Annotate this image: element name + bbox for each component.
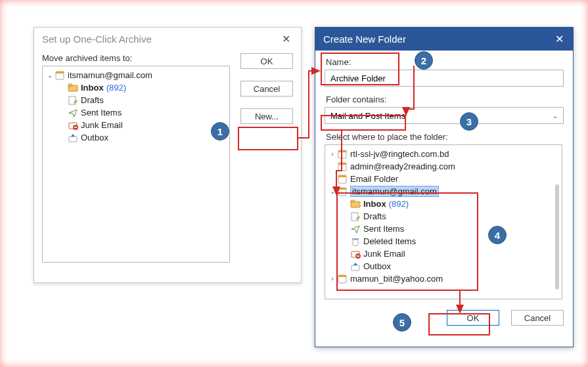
- tree-item-account[interactable]: › admin@ready2reading.com: [327, 160, 560, 173]
- ok-button[interactable]: OK: [240, 53, 293, 69]
- folder-name-input[interactable]: [325, 70, 564, 87]
- svg-rect-20: [352, 238, 359, 240]
- svg-rect-17: [351, 200, 355, 202]
- close-icon[interactable]: ✕: [551, 32, 568, 47]
- dialog-title: Create New Folder: [323, 33, 406, 45]
- svg-rect-15: [338, 188, 346, 190]
- contains-dropdown[interactable]: Mail and Post Items ⌄: [325, 107, 564, 124]
- tree-item-outbox[interactable]: Outbox: [44, 131, 228, 144]
- new-button[interactable]: New...: [240, 108, 293, 124]
- junk-icon: [68, 120, 78, 131]
- svg-rect-11: [338, 163, 346, 165]
- junk-icon: [350, 249, 361, 259]
- collapse-icon[interactable]: ⌄: [45, 72, 55, 79]
- outbox-icon: [350, 261, 361, 272]
- data-file-icon: [337, 149, 348, 160]
- close-icon[interactable]: ✕: [278, 32, 294, 47]
- tree-item-inbox[interactable]: Inbox (892): [327, 198, 560, 210]
- svg-rect-13: [338, 175, 346, 177]
- tree-item-drafts[interactable]: Drafts: [327, 210, 560, 223]
- tree-item-deleted[interactable]: Deleted Items: [327, 235, 560, 248]
- step-badge: 3: [460, 112, 478, 131]
- cancel-button[interactable]: Cancel: [240, 81, 293, 97]
- sent-icon: [68, 108, 78, 118]
- tree-item-sent[interactable]: Sent Items: [327, 223, 560, 235]
- svg-rect-7: [69, 137, 77, 142]
- data-file-icon: [337, 162, 348, 172]
- place-label: Select where to place the folder:: [326, 132, 564, 142]
- svg-rect-19: [353, 240, 358, 246]
- tree-item-account[interactable]: ⌄ itsmamun@gmail.com: [44, 69, 228, 81]
- chevron-down-icon: ⌄: [553, 112, 558, 119]
- folder-tree[interactable]: ⌄ itsmamun@gmail.com Inbox (892) Drafts: [42, 66, 230, 263]
- outbox-icon: [68, 133, 78, 143]
- svg-rect-9: [338, 150, 346, 152]
- drafts-icon: [68, 95, 78, 106]
- data-file-icon: [55, 70, 65, 81]
- move-label: Move archived items to:: [42, 53, 231, 63]
- folder-icon: [68, 83, 78, 93]
- tree-item-account[interactable]: › mamun_bit@yahoo.com: [327, 272, 560, 285]
- data-file-icon: [337, 274, 348, 284]
- archive-dialog: Set up One-Click Archive ✕ Move archived…: [34, 27, 302, 283]
- tree-item-folder[interactable]: › Email Folder: [327, 173, 560, 185]
- scrollbar-thumb[interactable]: [555, 184, 559, 290]
- tree-item-account[interactable]: › rtl-ssl-jv@ringtech.com.bd: [327, 148, 560, 160]
- folder-icon: [350, 199, 361, 209]
- unread-count: (892): [106, 83, 126, 93]
- step-badge: 4: [488, 226, 507, 244]
- svg-rect-3: [68, 84, 72, 86]
- drafts-icon: [350, 211, 361, 222]
- expand-icon[interactable]: ›: [328, 275, 337, 282]
- svg-rect-1: [56, 72, 64, 74]
- contains-label: Folder contains:: [326, 95, 564, 104]
- ok-button[interactable]: OK: [447, 310, 499, 326]
- svg-rect-25: [338, 275, 346, 277]
- tree-item-sent[interactable]: Sent Items: [44, 106, 228, 119]
- step-badge: 1: [211, 122, 229, 140]
- step-badge: 5: [393, 313, 411, 332]
- step-badge: 2: [415, 51, 433, 70]
- tree-item-junk[interactable]: Junk Email: [327, 248, 560, 260]
- expand-icon[interactable]: ›: [328, 150, 337, 158]
- cancel-button[interactable]: Cancel: [511, 310, 564, 326]
- tree-item-drafts[interactable]: Drafts: [44, 94, 228, 106]
- dialog-title: Set up One-Click Archive: [42, 33, 152, 45]
- tree-item-junk[interactable]: Junk Email: [44, 119, 228, 131]
- data-file-icon: [337, 174, 348, 184]
- place-folder-tree[interactable]: › rtl-ssl-jv@ringtech.com.bd › admin@rea…: [325, 144, 562, 299]
- name-label: Name:: [326, 57, 564, 67]
- tree-item-inbox[interactable]: Inbox (892): [44, 81, 228, 94]
- tree-item-account-selected[interactable]: ⌄ itsmamun@gmail.com: [327, 185, 560, 198]
- tree-item-outbox[interactable]: Outbox: [327, 260, 560, 272]
- trash-icon: [350, 236, 361, 247]
- unread-count: (892): [389, 199, 409, 209]
- data-file-icon: [337, 186, 348, 197]
- collapse-icon[interactable]: ⌄: [328, 188, 337, 195]
- create-folder-dialog: Create New Folder ✕ Name: Folder contain…: [315, 27, 574, 347]
- svg-rect-23: [351, 265, 359, 270]
- dropdown-value: Mail and Post Items: [330, 111, 405, 121]
- sent-icon: [350, 224, 361, 234]
